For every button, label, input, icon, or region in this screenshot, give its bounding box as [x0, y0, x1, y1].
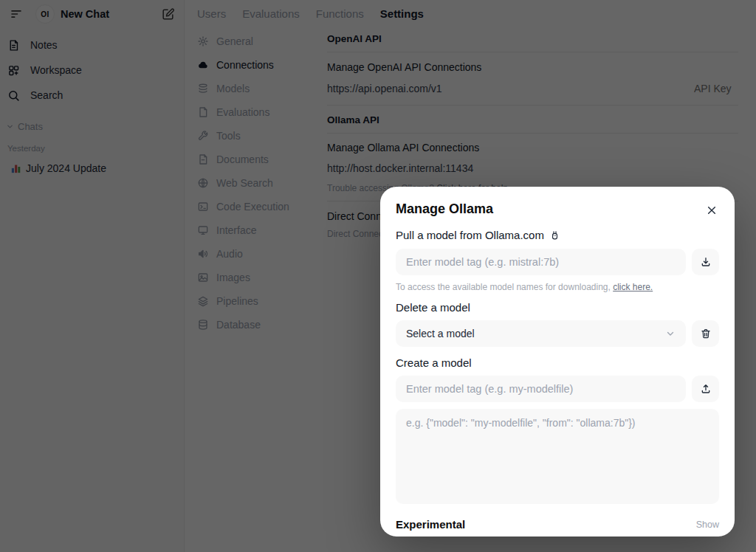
show-button[interactable]: Show — [696, 520, 719, 530]
chevron-down-icon — [665, 328, 676, 339]
pull-model-label: Pull a model from Ollama.com — [396, 229, 544, 241]
create-model-input[interactable] — [396, 376, 686, 402]
modelfile-textarea[interactable] — [396, 409, 719, 504]
pull-model-label-row: Pull a model from Ollama.com — [396, 229, 719, 241]
download-icon[interactable] — [692, 249, 719, 275]
trash-icon[interactable] — [692, 320, 719, 347]
delete-model-label: Delete a model — [396, 301, 719, 314]
create-model-label: Create a model — [396, 356, 719, 369]
ollama-icon — [549, 230, 560, 241]
modal-title: Manage Ollama — [396, 201, 493, 217]
upload-icon[interactable] — [692, 376, 719, 402]
experimental-label: Experimental — [396, 518, 465, 531]
close-icon[interactable] — [704, 203, 719, 218]
delete-model-select[interactable]: Select a model — [396, 320, 686, 347]
manage-ollama-modal: Manage Ollama Pull a model from Ollama.c… — [380, 187, 735, 537]
pull-model-input[interactable] — [396, 249, 686, 275]
select-value: Select a model — [406, 328, 475, 339]
pull-model-help: To access the available model names for … — [396, 282, 719, 292]
click-here-link[interactable]: click here. — [613, 282, 653, 292]
